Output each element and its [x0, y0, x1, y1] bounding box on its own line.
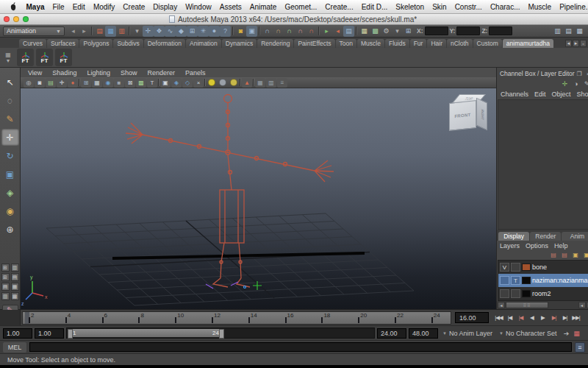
- manipulator-icon[interactable]: ✛: [561, 79, 570, 88]
- y-input[interactable]: [456, 26, 480, 35]
- isolate-select-icon[interactable]: ▣: [160, 78, 171, 88]
- layer-move-up-icon[interactable]: ▤: [549, 251, 559, 260]
- graph-editor-layout-button[interactable]: ▥: [1, 292, 10, 300]
- bookmarks-icon[interactable]: ✛: [57, 78, 67, 88]
- snap-grid-icon[interactable]: ∩: [262, 26, 273, 37]
- menu-bar-item[interactable]: Maya: [22, 3, 49, 11]
- layer-editor-tab[interactable]: Anim: [562, 232, 588, 241]
- playback-start-field[interactable]: 1.00: [35, 328, 64, 339]
- shelf-tab[interactable]: Muscle: [357, 39, 384, 48]
- step-forward-key-button[interactable]: ▶|: [548, 313, 559, 323]
- copy-tab-icon[interactable]: ❐: [576, 70, 584, 78]
- ft-shelf-button-3[interactable]: FT: [55, 49, 72, 66]
- camera-attributes-icon[interactable]: ▤: [46, 78, 56, 88]
- ipr-render-icon[interactable]: ▩: [370, 26, 381, 37]
- smooth-shade-icon[interactable]: ■: [114, 78, 124, 88]
- shelf-tab[interactable]: PaintEffects: [294, 39, 334, 48]
- step-back-frame-button[interactable]: |◀: [504, 313, 515, 323]
- flat-lighting-icon[interactable]: [230, 79, 237, 86]
- channel-box-menu-item[interactable]: Show: [577, 91, 588, 98]
- time-slider[interactable]: 24681012141618202224: [22, 311, 451, 325]
- range-slider-bar[interactable]: 1 24: [68, 329, 224, 337]
- shelf-tab[interactable]: Subdivs: [113, 39, 143, 48]
- transform-field-dropdown-icon[interactable]: ▾: [392, 26, 403, 37]
- layer-type-toggle[interactable]: T: [511, 276, 520, 285]
- channel-box-toggle-icon[interactable]: ▦: [574, 26, 585, 37]
- scrollbar-thumb[interactable]: ⠿⠿: [506, 302, 548, 308]
- grid-icon[interactable]: ⊞: [81, 78, 91, 88]
- textured-icon[interactable]: ⊠: [125, 78, 135, 88]
- select-hierarchy-icon[interactable]: ✛: [143, 26, 154, 37]
- menu-bar-item[interactable]: Edit D...: [357, 3, 392, 11]
- character-set-dropdown[interactable]: ▼ No Character Set: [497, 330, 559, 337]
- default-lighting-icon[interactable]: [208, 79, 215, 86]
- select-deformation-icon[interactable]: ⊞: [187, 26, 198, 37]
- construction-history-icon[interactable]: ▤: [343, 26, 354, 37]
- scroll-left-button[interactable]: ◂: [498, 302, 505, 308]
- shelf-tab[interactable]: Toon: [336, 39, 356, 48]
- snap-plane-icon[interactable]: ∩: [295, 26, 306, 37]
- channel-box-menu-item[interactable]: Channels: [501, 91, 528, 98]
- lasso-select-tool[interactable]: ◌: [1, 92, 19, 109]
- speed-state-icon[interactable]: ◑: [572, 79, 581, 88]
- four-pane-layout-button[interactable]: ⊞: [1, 273, 10, 281]
- select-rendering-icon[interactable]: ●: [209, 26, 220, 37]
- output-connections-icon[interactable]: ◂: [332, 26, 343, 37]
- play-forwards-button[interactable]: ▶: [537, 313, 548, 323]
- occlusion-icon[interactable]: ▦: [255, 78, 265, 88]
- exposure-icon[interactable]: ×: [193, 78, 204, 88]
- menu-bar-item[interactable]: Modify: [89, 3, 118, 11]
- render-current-frame-icon[interactable]: ▦: [359, 26, 370, 37]
- snap-view-icon[interactable]: ∩: [306, 26, 317, 37]
- select-tool[interactable]: ↖: [1, 74, 19, 91]
- film-gate-icon[interactable]: ▦: [92, 78, 102, 88]
- create-empty-layer-icon[interactable]: ▣: [571, 251, 581, 260]
- shelf-tab[interactable]: Rendering: [257, 39, 293, 48]
- viewport-menu-item[interactable]: Show: [121, 69, 137, 77]
- channel-box-menu-item[interactable]: Object: [552, 91, 571, 98]
- layer-color-swatch[interactable]: [522, 277, 531, 284]
- new-scene-icon[interactable]: ▤: [94, 26, 105, 37]
- all-lights-icon[interactable]: [219, 79, 226, 86]
- layer-editor-menu-item[interactable]: Help: [554, 242, 568, 250]
- zoom-window-button[interactable]: [23, 16, 29, 22]
- layer-row[interactable]: V bone: [498, 261, 588, 274]
- rotate-tool[interactable]: ↻: [1, 147, 19, 164]
- layer-visibility-toggle[interactable]: V: [500, 263, 509, 272]
- step-forward-frame-button[interactable]: ▶|: [559, 313, 570, 323]
- soft-modification-tool[interactable]: ◉: [1, 202, 19, 219]
- scale-tool[interactable]: ▣: [1, 166, 19, 183]
- go-to-range-start-button[interactable]: |◀◀: [493, 313, 504, 323]
- shelf-tab[interactable]: animamurtadha: [503, 39, 553, 48]
- animation-end-field[interactable]: 48.00: [409, 328, 438, 339]
- menu-bar-item[interactable]: Assets: [215, 3, 245, 11]
- shelf-tab[interactable]: nCloth: [447, 39, 473, 48]
- tool-settings-toggle-icon[interactable]: ▤: [563, 26, 574, 37]
- select-camera-icon[interactable]: ◎: [24, 78, 34, 88]
- menu-bar-item[interactable]: Create...: [321, 3, 357, 11]
- undo-queue-forward-icon[interactable]: ▸: [79, 26, 90, 37]
- range-slider-track[interactable]: 1 24: [66, 328, 375, 339]
- menu-bar-item[interactable]: Display: [149, 3, 182, 11]
- layer-visibility-toggle[interactable]: [500, 276, 509, 285]
- viewport-menu-item[interactable]: View: [28, 69, 42, 77]
- menu-bar-item[interactable]: Skin: [429, 3, 451, 11]
- apple-menu-icon[interactable]: [4, 2, 22, 11]
- menu-bar-item[interactable]: Muscle: [524, 3, 556, 11]
- shelf-tab[interactable]: Dynamics: [222, 39, 257, 48]
- show-manipulator-tool[interactable]: ⊕: [1, 221, 19, 238]
- layer-type-toggle[interactable]: [511, 263, 520, 272]
- view-cube-right-face[interactable]: RIGHT: [476, 98, 487, 131]
- menu-bar-item[interactable]: Constr...: [451, 3, 486, 11]
- persp-outliner-layout-button[interactable]: ▥: [11, 263, 19, 272]
- input-connections-icon[interactable]: ▸: [321, 26, 332, 37]
- image-plane-icon[interactable]: ●: [68, 78, 78, 88]
- layer-color-swatch[interactable]: [522, 290, 531, 297]
- selection-mask-dropdown-icon[interactable]: ▾: [132, 26, 143, 37]
- open-scene-icon[interactable]: ▦: [105, 26, 116, 37]
- z-input[interactable]: [489, 26, 512, 35]
- layer-row[interactable]: room2: [498, 287, 588, 300]
- channel-box-menu-item[interactable]: Edit: [534, 91, 546, 98]
- view-cube[interactable]: TOP FRONT RIGHT: [449, 94, 489, 132]
- menu-bar-item[interactable]: Charac...: [486, 3, 524, 11]
